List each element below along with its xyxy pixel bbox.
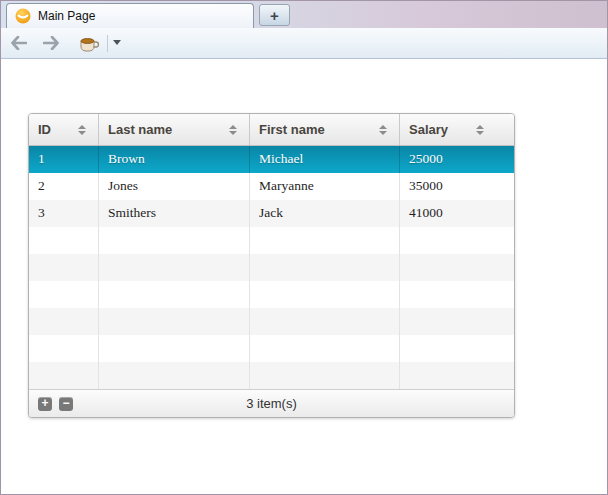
cell-salary: 41000 <box>400 200 514 227</box>
sort-icon <box>476 125 484 135</box>
cell-id: 1 <box>29 146 99 173</box>
column-label: ID <box>38 122 51 137</box>
browser-window: Main Page + <box>0 0 608 495</box>
table-row-empty <box>29 227 514 254</box>
column-header-firstname[interactable]: First name <box>250 114 400 145</box>
new-tab-button[interactable]: + <box>259 4 290 26</box>
tab-strip: Main Page + <box>1 1 607 28</box>
chevron-down-icon[interactable] <box>113 40 121 45</box>
cell-salary: 25000 <box>400 146 514 173</box>
back-arrow-icon <box>11 36 27 50</box>
tab-main-page[interactable]: Main Page <box>6 3 254 28</box>
column-label: First name <box>259 122 325 137</box>
table-row-empty <box>29 281 514 308</box>
table-row-empty <box>29 254 514 281</box>
cell-lastname: Brown <box>99 146 250 173</box>
cell-firstname: Maryanne <box>250 173 400 200</box>
cell-firstname: Jack <box>250 200 400 227</box>
sort-icon <box>78 125 86 135</box>
cell-salary: 35000 <box>400 173 514 200</box>
back-button[interactable] <box>9 34 29 52</box>
coffee-cup-icon <box>78 35 100 53</box>
table-row[interactable]: 1 Brown Michael 25000 <box>29 146 514 173</box>
column-header-salary[interactable]: Salary <box>400 114 514 145</box>
forward-arrow-icon <box>43 36 59 50</box>
cell-id: 3 <box>29 200 99 227</box>
table-row-empty <box>29 362 514 389</box>
toolbar-divider <box>107 35 108 52</box>
orange-ball-icon <box>15 8 31 24</box>
data-grid: ID Last name First name Salary 1 <box>28 113 515 418</box>
table-row-empty <box>29 335 514 362</box>
item-count-status: 3 item(s) <box>29 396 514 411</box>
table-row[interactable]: 3 Smithers Jack 41000 <box>29 200 514 227</box>
column-header-id[interactable]: ID <box>29 114 99 145</box>
grid-footer: + − 3 item(s) <box>29 389 514 417</box>
page-content: ID Last name First name Salary 1 <box>1 59 607 495</box>
forward-button[interactable] <box>41 34 61 52</box>
table-row[interactable]: 2 Jones Maryanne 35000 <box>29 173 514 200</box>
cell-firstname: Michael <box>250 146 400 173</box>
cell-lastname: Smithers <box>99 200 250 227</box>
tab-title: Main Page <box>38 9 95 23</box>
sort-icon <box>379 125 387 135</box>
column-label: Last name <box>108 122 172 137</box>
column-label: Salary <box>409 122 448 137</box>
grid-header: ID Last name First name Salary <box>29 114 514 146</box>
table-row-empty <box>29 308 514 335</box>
cell-lastname: Jones <box>99 173 250 200</box>
navigation-toolbar: 127.0.0.1:8081 <box>1 28 607 59</box>
cell-id: 2 <box>29 173 99 200</box>
column-header-lastname[interactable]: Last name <box>99 114 250 145</box>
site-button[interactable] <box>75 32 103 55</box>
sort-icon <box>229 125 237 135</box>
